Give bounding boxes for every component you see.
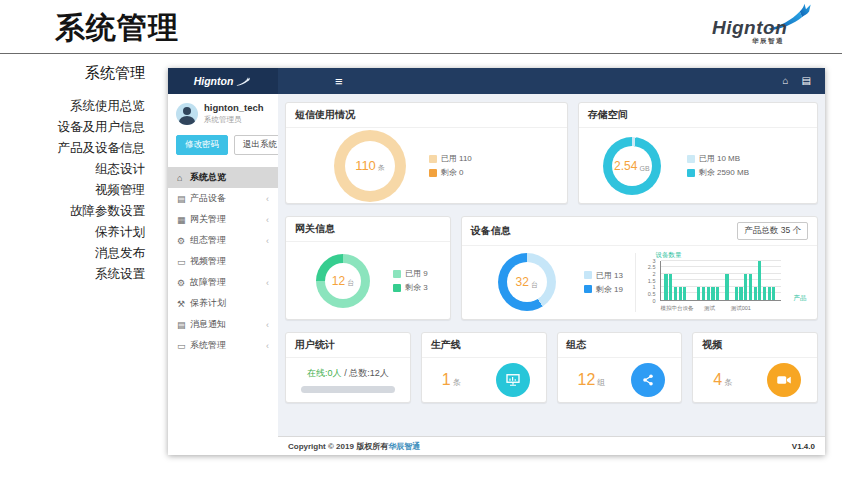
sidebar-item-message[interactable]: ▤ 消息通知 ‹ <box>168 314 278 335</box>
legend-label: 已用 10 MB <box>699 153 740 164</box>
device-bar-chart: 设备数量 00.511.522.53 模拟中台设备测试测试001 产品 <box>639 251 807 315</box>
brand-name: Hignton <box>712 17 787 39</box>
device-card: 设备信息 产品总数 35 个 32 台 <box>461 216 818 320</box>
sidebar-item-label: 故障管理 <box>190 276 226 289</box>
page-title: 系统管理 <box>55 8 179 49</box>
gears-icon: ⚙ <box>177 236 190 246</box>
username: hignton_tech <box>204 102 264 113</box>
sidebar-toggle-icon[interactable]: ≡ <box>335 74 343 89</box>
storage-unit: GB <box>639 165 649 172</box>
outer-nav-item-message[interactable]: 消息发布 <box>0 243 145 264</box>
bar-plot <box>660 261 781 301</box>
sidebar-item-scada[interactable]: ⚙ 组态管理 ‹ <box>168 230 278 251</box>
outer-nav: 系统管理 系统使用总览 设备及用户信息 产品及设备信息 组态设计 视频管理 故障… <box>0 64 150 285</box>
production-card-title: 生产线 <box>431 338 461 352</box>
user-panel: hignton_tech 系统管理员 <box>168 94 278 129</box>
production-card: 生产线 1条 <box>421 332 547 403</box>
sidebar-item-fault[interactable]: ⚙ 故障管理 ‹ <box>168 272 278 293</box>
chevron-icon: ‹ <box>266 215 269 225</box>
gateway-card-title: 网关信息 <box>295 222 335 236</box>
sidebar-menu: ⌂ 系统总览 ▤ 产品设备 ‹ ▦ 网关管理 ‹ <box>168 167 278 356</box>
video-card-title: 视频 <box>702 338 722 352</box>
outer-nav-item-fault-params[interactable]: 故障参数设置 <box>0 201 145 222</box>
bar-xticks: 模拟中台设备测试测试001 <box>660 305 781 313</box>
legend-label: 已用 13 <box>596 270 623 281</box>
navbar-actions: ⌂ ▤ <box>783 68 826 94</box>
bar-chart-title: 设备数量 <box>655 251 681 260</box>
company-link[interactable]: 华辰智通 <box>388 441 420 452</box>
monitor-icon: ▭ <box>177 257 190 267</box>
production-unit: 条 <box>453 378 461 387</box>
scada-value: 12 <box>578 371 596 388</box>
gateway-donut-chart: 12 台 <box>316 254 370 308</box>
sidebar-item-gateway[interactable]: ▦ 网关管理 ‹ <box>168 209 278 230</box>
production-value: 1 <box>442 371 451 388</box>
outer-nav-item-device-user[interactable]: 设备及用户信息 <box>0 117 145 138</box>
users-total: / 总数:12人 <box>342 368 389 378</box>
gateway-value: 12 <box>332 274 345 288</box>
storage-legend: 已用 10 MB 剩余 2590 MB <box>687 150 749 181</box>
file-icon[interactable]: ▤ <box>802 76 811 86</box>
home-icon: ⌂ <box>177 173 190 183</box>
sidebar-item-product-device[interactable]: ▤ 产品设备 ‹ <box>168 188 278 209</box>
storage-donut-chart: 2.54 GB <box>603 137 661 195</box>
sidebar-item-system[interactable]: ▭ 系统管理 ‹ <box>168 335 278 356</box>
gateway-legend: 已用 9 剩余 3 <box>393 265 428 296</box>
device-donut-chart: 32 台 <box>498 253 556 311</box>
legend-label: 剩余 19 <box>596 284 623 295</box>
page: 系统管理 Hignton 华辰智通 系统管理 系统使用总览 设备及用户信息 产品… <box>0 0 842 480</box>
monitor-icon: ▭ <box>177 341 190 351</box>
users-progress-bar <box>301 386 395 393</box>
outer-nav-heading: 系统管理 <box>0 64 145 83</box>
sidebar-item-overview[interactable]: ⌂ 系统总览 <box>168 167 278 188</box>
copyright-text: Copyright © 2019 版权所有 <box>288 441 388 452</box>
sms-card-title: 短信使用情况 <box>295 108 355 122</box>
legend-label: 剩余 2590 MB <box>699 167 749 178</box>
legend-swatch <box>393 284 401 292</box>
scada-card-title: 组态 <box>567 338 587 352</box>
outer-nav-item-scada-design[interactable]: 组态设计 <box>0 159 145 180</box>
sidebar-item-label: 保养计划 <box>190 297 226 310</box>
hignton-logo: Hignton 华辰智通 <box>710 3 820 51</box>
sms-legend: 已用 110 剩余 0 <box>429 150 472 181</box>
product-total-badge[interactable]: 产品总数 35 个 <box>737 222 808 240</box>
storage-card-title: 存储空间 <box>588 108 628 122</box>
sms-unit: 条 <box>378 163 385 173</box>
navbar-logo[interactable]: Hignton <box>168 68 278 94</box>
outer-nav-item-product-device[interactable]: 产品及设备信息 <box>0 138 145 159</box>
sidebar-item-label: 系统管理 <box>190 339 226 352</box>
users-card-title: 用户统计 <box>295 338 335 352</box>
legend-swatch <box>429 155 437 163</box>
sidebar-item-label: 产品设备 <box>190 192 226 205</box>
share-nodes-icon <box>631 363 665 397</box>
sidebar-item-maintenance[interactable]: ⚒ 保养计划 <box>168 293 278 314</box>
legend-label: 剩余 3 <box>405 282 428 293</box>
sidebar-item-label: 网关管理 <box>190 213 226 226</box>
legend-swatch <box>687 155 695 163</box>
sidebar-item-label: 视频管理 <box>190 255 226 268</box>
avatar[interactable] <box>176 103 198 125</box>
outer-nav-item-maintenance[interactable]: 保养计划 <box>0 222 145 243</box>
scada-unit: 组 <box>597 378 605 387</box>
sms-card: 短信使用情况 110 条 已用 110 <box>285 102 568 204</box>
change-password-button[interactable]: 修改密码 <box>176 135 228 155</box>
sidebar-item-label: 系统总览 <box>190 171 226 184</box>
dashboard-window: Hignton ≡ ⌂ ▤ hignton_tec <box>168 68 825 455</box>
outer-nav-item-settings[interactable]: 系统设置 <box>0 264 145 285</box>
legend-swatch <box>429 169 437 177</box>
legend-swatch <box>584 271 592 279</box>
sms-donut-chart: 110 条 <box>334 130 406 202</box>
brand-subtitle: 华辰智通 <box>752 37 784 46</box>
device-legend: 已用 13 剩余 19 <box>584 267 623 298</box>
outer-nav-item-video[interactable]: 视频管理 <box>0 180 145 201</box>
sidebar-item-video[interactable]: ▭ 视频管理 <box>168 251 278 272</box>
monitor-chart-icon <box>496 363 530 397</box>
bar-yticks: 00.511.522.53 <box>639 261 658 301</box>
legend-label: 已用 110 <box>441 153 472 164</box>
legend-label: 剩余 0 <box>441 167 464 178</box>
home-icon[interactable]: ⌂ <box>783 76 789 86</box>
storage-value: 2.54 <box>614 159 637 173</box>
version-label: V1.4.0 <box>792 442 815 451</box>
outer-nav-item-overview[interactable]: 系统使用总览 <box>0 96 145 117</box>
sidebar-item-label: 组态管理 <box>190 234 226 247</box>
